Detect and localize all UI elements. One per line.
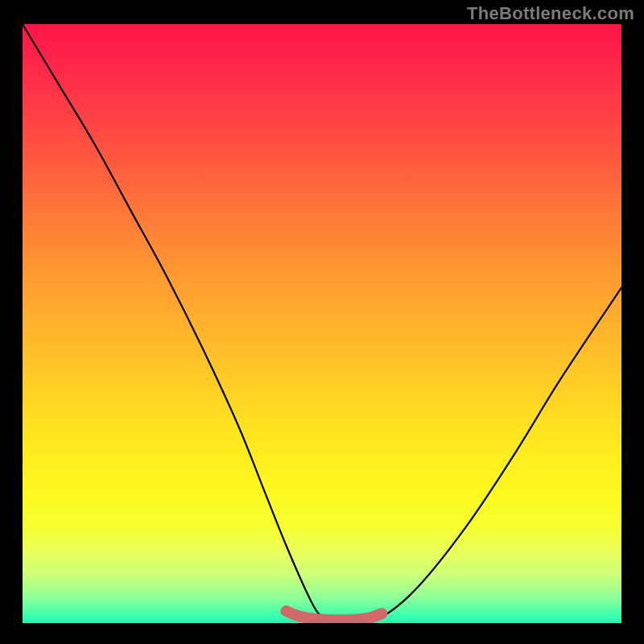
attribution-text: TheBottleneck.com	[467, 3, 634, 24]
optimal-range-marker	[286, 611, 382, 620]
plot-area	[23, 24, 621, 623]
chart-frame: TheBottleneck.com	[0, 0, 644, 644]
bottleneck-curve	[23, 24, 621, 623]
chart-svg	[23, 24, 621, 623]
